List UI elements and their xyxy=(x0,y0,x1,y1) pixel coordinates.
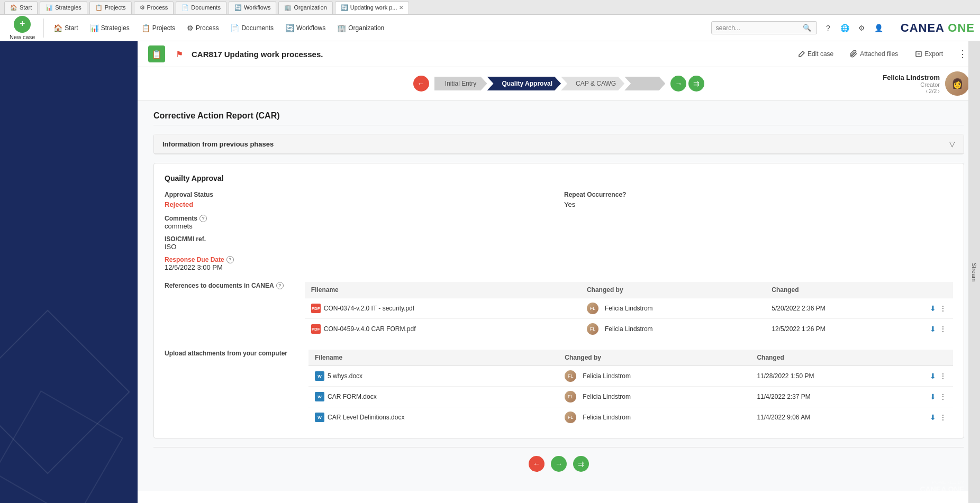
user-icon[interactable]: 👤 xyxy=(873,22,885,34)
download-icon[interactable]: ⬇ xyxy=(930,392,936,401)
tab-organization[interactable]: 🏢 Organization xyxy=(278,1,332,14)
upload-label-group: Upload attachments from your computer xyxy=(165,350,287,427)
table-row: W CAR Level Definitions.docx FL Felicia xyxy=(308,407,953,428)
footer-logo: CANEA ONE xyxy=(920,485,965,493)
approval-status-label: Approval Status xyxy=(165,191,553,198)
case-type-icon: 📋 xyxy=(148,45,165,62)
response-due-help-icon[interactable]: ? xyxy=(226,256,234,263)
file-menu-icon[interactable]: ⋮ xyxy=(939,392,947,401)
user-dot-icon: FL xyxy=(565,370,576,382)
nav-strategies-icon: 📊 xyxy=(90,24,99,32)
docx-icon: W xyxy=(315,392,324,401)
tab-documents[interactable]: 📄 Documents xyxy=(176,1,226,14)
new-case-label: New case xyxy=(10,34,35,40)
col-changed-by: Changed by xyxy=(580,282,765,298)
bottom-end-button[interactable]: ⇉ xyxy=(573,456,589,472)
avatar: 👩 xyxy=(945,71,969,96)
upload-file-1-changed-by: FL Felicia Lindstrom xyxy=(558,366,750,387)
download-icon[interactable]: ⬇ xyxy=(930,325,936,333)
comments-help-icon[interactable]: ? xyxy=(199,215,207,222)
nav-projects[interactable]: 📋 Projects xyxy=(136,21,180,35)
attached-files-button[interactable]: Attached files xyxy=(846,48,902,60)
col-filename: Filename xyxy=(305,282,580,298)
settings-icon[interactable]: ⚙ xyxy=(856,22,868,34)
nav-documents[interactable]: 📄 Documents xyxy=(225,21,279,35)
bottom-prev-button[interactable]: ← xyxy=(529,456,545,472)
workflow-next-button[interactable]: → xyxy=(670,76,686,92)
tab-strategies[interactable]: 📊 Strategies xyxy=(40,1,87,14)
nav-workflows[interactable]: 🔄 Workflows xyxy=(280,21,331,35)
nav-organization[interactable]: 🏢 Organization xyxy=(332,21,389,35)
download-icon[interactable]: ⬇ xyxy=(930,304,936,313)
search-input[interactable] xyxy=(716,24,801,32)
projects-icon: 📋 xyxy=(95,4,103,11)
workflow-end-button[interactable]: ⇉ xyxy=(688,76,704,92)
pagination-prev-icon[interactable]: ‹ xyxy=(925,88,928,94)
more-menu-icon[interactable]: ⋮ xyxy=(956,46,969,62)
edit-case-button[interactable]: Edit case xyxy=(794,48,838,60)
response-due-label: Response Due Date ? xyxy=(165,256,953,263)
upload-file-1-changed: 11/28/2022 1:50 PM xyxy=(750,366,921,387)
user-dot-icon: FL xyxy=(565,391,576,403)
tab-start[interactable]: 🏠 Start xyxy=(4,1,38,14)
file-menu-icon[interactable]: ⋮ xyxy=(939,413,947,422)
table-row: PDF CON-0374-v.2.0 IT - security.pdf FL xyxy=(305,298,953,319)
nav-process[interactable]: ⚙ Process xyxy=(182,21,224,35)
canea-file-2-actions: ⬇ ⋮ xyxy=(921,319,953,340)
case-title: CAR817 Updating work processes. xyxy=(192,50,785,59)
attachment-icon xyxy=(850,50,858,58)
export-icon xyxy=(915,50,922,58)
stream-sidebar[interactable]: Stream xyxy=(968,41,980,503)
col-actions xyxy=(921,350,953,366)
iso-field: ISO/CMMI ref. ISO xyxy=(165,235,953,251)
response-due-value: 12/5/2022 3:00 PM xyxy=(165,263,953,271)
home-icon: 🏠 xyxy=(10,4,17,11)
workflow-steps: Initial Entry Quality Approval CAP & CAW… xyxy=(434,77,666,90)
repeat-occurrence-field: Repeat Occurrence? Yes xyxy=(564,191,953,208)
new-case-button[interactable]: + New case xyxy=(5,14,39,42)
step-quality-approval[interactable]: Quality Approval xyxy=(487,77,561,90)
info-section-toggle[interactable]: Information from previous phases ▽ xyxy=(154,134,964,154)
step-cap-cawg[interactable]: CAP & CAWG xyxy=(561,77,624,90)
nav-strategies[interactable]: 📊 Strategies xyxy=(85,21,135,35)
canea-docs-help-icon[interactable]: ? xyxy=(276,282,284,289)
nav-start[interactable]: 🏠 Start xyxy=(48,21,83,35)
docx-icon: W xyxy=(315,413,324,422)
nav-documents-icon: 📄 xyxy=(230,24,239,32)
search-icon: 🔍 xyxy=(803,24,811,32)
download-icon[interactable]: ⬇ xyxy=(930,413,936,422)
file-menu-icon[interactable]: ⋮ xyxy=(939,372,947,380)
export-button[interactable]: Export xyxy=(911,48,947,60)
canea-file-1-changed: 5/20/2022 2:36 PM xyxy=(765,298,921,319)
canea-file-1-changed-by: FL Felicia Lindstrom xyxy=(580,298,765,319)
docx-icon: W xyxy=(315,371,324,381)
repeat-occurrence-value: Yes xyxy=(564,200,953,208)
download-icon[interactable]: ⬇ xyxy=(930,372,936,380)
search-box[interactable]: 🔍 xyxy=(711,21,817,34)
close-tab-icon[interactable]: ✕ xyxy=(399,5,403,11)
upload-file-2-changed-by: FL Felicia Lindstrom xyxy=(558,387,750,407)
upload-files-table-wrap: Filename Changed by Changed xyxy=(308,350,953,427)
form-area: Corrective Action Report (CAR) Informati… xyxy=(138,100,980,491)
edit-icon xyxy=(798,50,805,58)
collapse-icon: ▽ xyxy=(949,140,955,148)
pagination-next-icon[interactable]: › xyxy=(938,88,940,94)
workflow-prev-button[interactable]: ← xyxy=(413,76,429,92)
file-menu-icon[interactable]: ⋮ xyxy=(939,325,947,333)
documents-icon: 📄 xyxy=(182,4,189,11)
pagination: 2/2 xyxy=(929,88,937,94)
step-initial-entry[interactable]: Initial Entry xyxy=(434,77,487,90)
upload-file-3-name: W CAR Level Definitions.docx xyxy=(308,407,558,428)
tab-process[interactable]: ⚙ Process xyxy=(134,1,174,14)
info-section: Information from previous phases ▽ xyxy=(153,134,964,154)
table-row: PDF CON-0459-v.4.0 CAR FORM.pdf FL Felic xyxy=(305,319,953,340)
info-section-title: Information from previous phases xyxy=(162,140,274,148)
tab-workflows[interactable]: 🔄 Workflows xyxy=(229,1,277,14)
active-tab-icon: 🔄 xyxy=(341,4,348,11)
bottom-next-button[interactable]: → xyxy=(551,456,567,472)
help-icon[interactable]: ? xyxy=(822,22,834,34)
tab-projects[interactable]: 📋 Projects xyxy=(89,1,132,14)
file-menu-icon[interactable]: ⋮ xyxy=(939,304,947,313)
globe-icon[interactable]: 🌐 xyxy=(839,22,851,34)
tab-active[interactable]: 🔄 Updating work p... ✕ xyxy=(335,1,410,14)
